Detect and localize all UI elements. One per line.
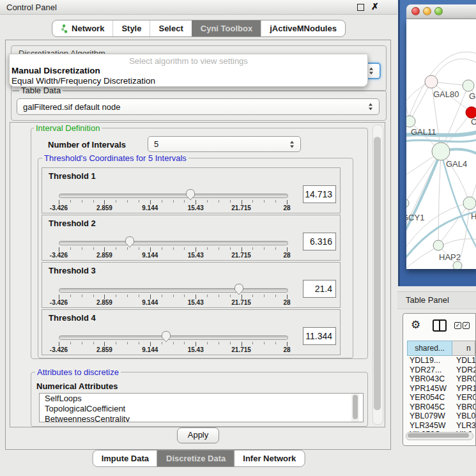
list-item[interactable]: TopologicalCoefficient — [40, 404, 363, 414]
dropdown-option-manual[interactable]: Manual Discretization — [10, 66, 367, 76]
scrollbar-thumb[interactable] — [374, 137, 381, 410]
tab-label: jActiveMNodules — [270, 24, 337, 33]
split-panel-icon[interactable] — [433, 319, 447, 332]
table-cell: YLR3 — [452, 421, 475, 431]
table-row[interactable]: YPR145WYPR1 — [407, 384, 475, 394]
table-row[interactable]: YDL19...YDL1 — [407, 356, 475, 365]
list-item[interactable]: SelfLoops — [40, 394, 363, 404]
threshold-value-field[interactable]: 14.713 — [303, 185, 336, 203]
slider-track[interactable] — [59, 194, 288, 198]
node — [453, 261, 462, 269]
tick-mark — [139, 342, 139, 344]
tab-impute-data[interactable]: Impute Data — [93, 450, 157, 466]
tab-jactivemnodules[interactable]: jActiveMNodules — [261, 20, 345, 36]
threshold-value-field[interactable]: 21.4 — [303, 280, 336, 298]
tick-label: 15.43 — [188, 299, 204, 306]
column-header-name[interactable]: n — [452, 341, 475, 356]
tick-label: 21.715 — [231, 252, 251, 259]
tick-mark — [207, 247, 208, 250]
slider-track[interactable] — [59, 241, 288, 245]
tick-label: 2.859 — [96, 204, 112, 211]
table-row[interactable]: YDR27...YDR2 — [407, 365, 475, 375]
tab-infer-network[interactable]: Infer Network — [234, 450, 304, 466]
table-cell: YPR1 — [452, 384, 475, 394]
node-gal4 — [432, 142, 450, 160]
tick-mark — [59, 200, 59, 204]
dropdown-option-equal-width[interactable]: Equal Width/Frequency Discretization — [10, 76, 367, 86]
slider-thumb[interactable] — [125, 236, 135, 248]
minimize-traffic-light-icon[interactable] — [423, 7, 431, 15]
tick-label: 28 — [283, 204, 290, 211]
tick-mark — [242, 342, 242, 346]
threshold-value-field[interactable]: 11.344 — [303, 327, 336, 345]
list-item[interactable]: BetweennessCentrality — [40, 414, 363, 422]
table-data-combobox[interactable]: galFiltered.sif default node — [17, 98, 380, 115]
numerical-attributes-label: Numerical Attributes — [36, 381, 118, 391]
table-row[interactable]: YBR045CYBR0 — [407, 403, 475, 412]
node — [463, 80, 474, 91]
network-canvas[interactable]: GAL80 G C GAL11 GAL4 GCY1 H HAP2 — [406, 19, 476, 269]
threshold-label: Threshold 4 — [49, 313, 96, 323]
panel-scrollbar[interactable] — [372, 125, 383, 425]
close-traffic-light-icon[interactable] — [411, 7, 420, 15]
list-scrollbar[interactable] — [351, 394, 359, 422]
horizontal-scrollbar[interactable] — [406, 432, 473, 440]
table-row[interactable]: YLR345WYLR3 — [407, 421, 475, 431]
table-row[interactable]: YBL079WYBL0 — [407, 411, 475, 421]
tick-mark — [162, 247, 162, 250]
tick-label: 9.144 — [142, 204, 158, 211]
combo-value: 5 — [154, 139, 158, 149]
apply-button[interactable]: Apply — [177, 427, 219, 443]
slider-thumb[interactable] — [161, 330, 171, 342]
tick-label: 9.144 — [142, 252, 158, 259]
tab-cyni-toolbox[interactable]: Cyni Toolbox — [192, 20, 261, 36]
checkbox-icon[interactable]: ✓ — [463, 322, 470, 329]
network-view-window[interactable]: GAL80 G C GAL11 GAL4 GCY1 H HAP2 — [398, 0, 476, 286]
zoom-traffic-light-icon[interactable] — [434, 7, 443, 15]
table-row[interactable]: YER054CYER0 — [407, 393, 475, 403]
gear-icon[interactable]: ⚙ — [411, 318, 420, 332]
number-of-intervals-combobox[interactable]: 5 — [148, 136, 301, 152]
node-label: GAL80 — [433, 89, 459, 99]
close-icon[interactable]: ✗ — [371, 1, 379, 12]
table-cell: YBR045C — [407, 403, 452, 412]
table-row[interactable]: YBR043CYBR0 — [407, 374, 475, 384]
threshold-panel: Threshold 2 -3.4262.8599.14415.4321.7152… — [42, 215, 341, 261]
node-label: C — [471, 117, 476, 127]
tab-network[interactable]: Network — [52, 20, 112, 36]
tick-mark — [116, 247, 116, 250]
threshold-label: Threshold 3 — [49, 266, 96, 275]
tick-mark — [230, 247, 231, 250]
tab-style[interactable]: Style — [112, 20, 150, 36]
tick-mark — [184, 295, 185, 297]
network-window-titlebar[interactable] — [406, 4, 476, 19]
slider-thumb[interactable] — [185, 188, 196, 201]
tick-mark — [162, 295, 162, 297]
scrollbar-thumb[interactable] — [353, 395, 358, 419]
tab-discretize-data[interactable]: Discretize Data — [157, 450, 234, 466]
node — [463, 197, 476, 210]
column-header-shared-name[interactable]: shared... — [407, 341, 452, 356]
table-header-row: shared... n — [407, 341, 475, 356]
slider-thumb[interactable] — [234, 283, 244, 295]
table-cell: YBR043C — [407, 374, 452, 384]
slider-tick-labels: -3.4262.8599.14415.4321.71528 — [42, 252, 340, 259]
tick-mark — [207, 200, 208, 203]
tick-mark — [173, 295, 174, 297]
float-icon[interactable] — [357, 4, 364, 11]
numerical-attributes-list[interactable]: SelfLoopsTopologicalCoefficientBetweenne… — [39, 393, 364, 422]
slider-track[interactable] — [59, 288, 288, 293]
tab-label: Cyni Toolbox — [201, 24, 252, 33]
tick-mark — [196, 295, 196, 299]
table-window: ⚙ ✓ ✓ shared... n YDL19...YDL1YDR27...YD… — [403, 313, 476, 446]
slider-track[interactable] — [59, 335, 288, 340]
node-gal80 — [425, 75, 438, 88]
tick-mark — [242, 295, 242, 299]
tick-label: 21.715 — [231, 346, 251, 353]
checkbox-icon[interactable]: ✓ — [454, 322, 461, 329]
scrollbar-thumb[interactable] — [408, 433, 469, 438]
tick-label: -3.426 — [50, 299, 68, 306]
tab-select[interactable]: Select — [150, 20, 191, 36]
threshold-value-field[interactable]: 6.316 — [303, 233, 336, 250]
tick-mark — [242, 247, 242, 252]
